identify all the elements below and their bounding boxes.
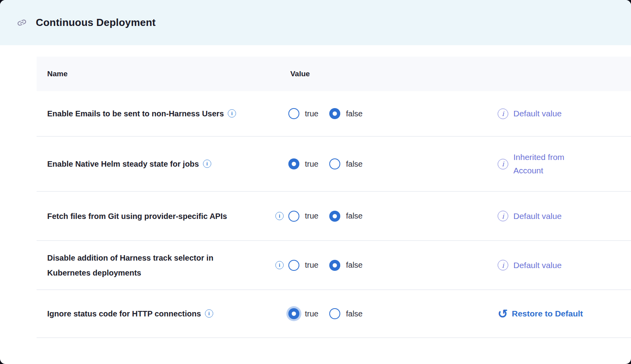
setting-value-cell: i true false [275,211,498,222]
info-glyph: i [502,261,504,269]
setting-status-cell: i ↺ Default value [498,107,631,120]
radio-false-control[interactable] [329,108,340,119]
setting-name: Enable Native Helm steady state for jobs [47,160,199,168]
radio-option-false[interactable]: false [329,158,362,169]
radio-option-true[interactable]: true [288,211,318,222]
radio-false-label[interactable]: false [346,160,362,169]
info-glyph: i [206,161,208,166]
section-banner: Continuous Deployment [0,0,631,45]
setting-row: Disable addition of Harness track select… [37,241,631,290]
info-glyph: i [502,110,504,118]
info-icon[interactable]: i [275,212,284,220]
settings-page: Continuous Deployment Name Value Enable … [0,0,631,364]
status-info-icon[interactable]: i [498,159,508,169]
radio-true-label[interactable]: true [305,160,318,169]
radio-false-control[interactable] [329,211,340,222]
radio-false-label[interactable]: false [346,261,362,270]
setting-status-cell: i ↺ Restore to Default [498,307,631,320]
setting-name: Fetch files from Git using provider-spec… [47,212,227,221]
settings-table: Name Value Enable Emails to be sent to n… [37,57,631,338]
radio-false-label[interactable]: false [346,309,362,318]
info-glyph: i [502,160,504,168]
info-icon[interactable]: i [205,309,213,318]
status-label: Default value [513,107,562,120]
radio-true-control[interactable] [288,158,299,169]
setting-row: Ignore status code for HTTP connectionsi… [37,290,631,338]
setting-name: Enable Emails to be sent to non-Harness … [47,109,224,118]
radio-true-label[interactable]: true [305,309,318,318]
info-icon[interactable]: i [203,160,211,168]
table-body: Enable Emails to be sent to non-Harness … [37,91,631,338]
setting-row: Enable Emails to be sent to non-Harness … [37,91,631,137]
page-title: Continuous Deployment [36,17,156,29]
column-header-name: Name [47,70,275,78]
info-icon[interactable]: i [275,261,284,269]
status-info-icon[interactable]: i [498,260,508,270]
status-label: Restore to Default [512,307,583,320]
radio-false-control[interactable] [329,260,340,271]
setting-name-cell: Enable Native Helm steady state for jobs… [47,156,275,171]
radio-true-label[interactable]: true [305,109,318,118]
restore-icon[interactable]: ↺ [498,308,508,320]
info-glyph: i [231,111,233,116]
radio-option-true[interactable]: true [288,308,318,319]
radio-option-true[interactable]: true [288,260,318,271]
radio-option-true[interactable]: true [288,158,318,169]
radio-option-false[interactable]: false [329,108,362,119]
status-label: Default value [513,259,562,272]
column-header-value: Value [275,70,498,78]
radio-true-control[interactable] [288,308,299,319]
setting-value-cell: i true false [275,108,498,119]
radio-true-control[interactable] [288,211,299,222]
setting-row: Enable Native Helm steady state for jobs… [37,137,631,192]
radio-false-label[interactable]: false [346,109,362,118]
info-glyph: i [502,212,504,220]
setting-value-cell: i true false [275,158,498,169]
radio-option-false[interactable]: false [329,308,362,319]
setting-name: Disable addition of Harness track select… [47,254,213,277]
table-header: Name Value [37,57,631,91]
info-glyph: i [279,263,280,268]
radio-false-control[interactable] [329,158,340,169]
setting-name-cell: Fetch files from Git using provider-spec… [47,209,240,224]
radio-true-control[interactable] [288,108,299,119]
setting-status-cell: i ↺ Default value [498,210,631,223]
setting-status-cell: i ↺ Default value [498,259,631,272]
setting-name-cell: Enable Emails to be sent to non-Harness … [47,106,275,121]
radio-true-label[interactable]: true [305,211,318,221]
setting-status-cell: i ↺ Inherited from Account [498,151,631,177]
status-label: Inherited from Account [513,151,596,177]
info-glyph: i [279,213,280,219]
setting-value-cell: i true false [275,308,498,319]
radio-false-label[interactable]: false [346,211,362,221]
radio-true-control[interactable] [288,260,299,271]
radio-true-label[interactable]: true [305,261,318,270]
radio-option-false[interactable]: false [329,260,362,271]
setting-name: Ignore status code for HTTP connections [47,309,201,318]
info-glyph: i [208,311,210,316]
radio-option-true[interactable]: true [288,108,318,119]
link-icon[interactable] [15,16,29,29]
setting-name-cell: Disable addition of Harness track select… [47,250,240,280]
radio-false-control[interactable] [329,308,340,319]
setting-row: Fetch files from Git using provider-spec… [37,192,631,241]
status-info-icon[interactable]: i [498,108,508,119]
setting-value-cell: i true false [275,260,498,271]
status-info-icon[interactable]: i [498,211,508,221]
setting-name-cell: Ignore status code for HTTP connectionsi [47,306,275,321]
info-icon[interactable]: i [228,109,236,118]
radio-option-false[interactable]: false [329,211,362,222]
status-label: Default value [513,210,562,223]
